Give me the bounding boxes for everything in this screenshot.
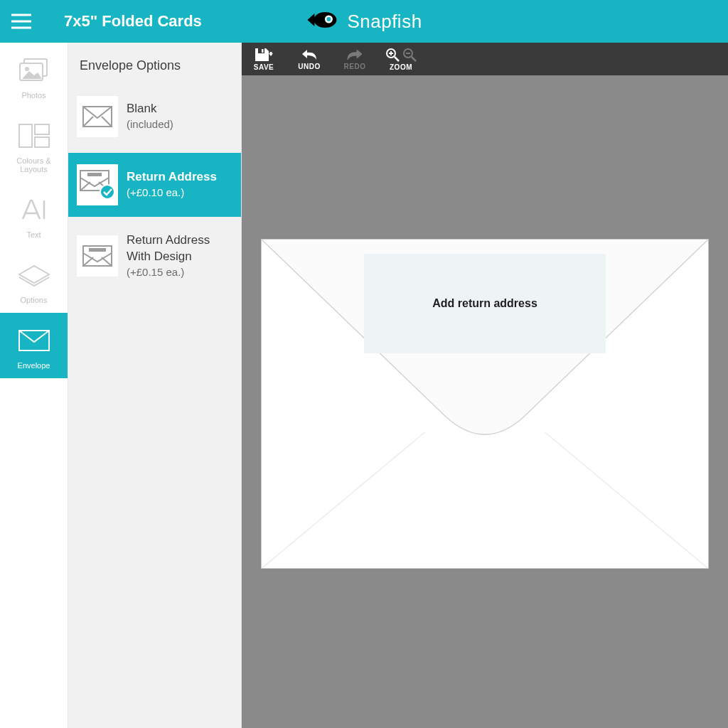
rail-item-text[interactable]: Text [0, 182, 68, 247]
layouts-icon [3, 118, 65, 154]
brand-name: Snapfish [347, 11, 422, 33]
svg-point-17 [100, 185, 114, 199]
rail-label: Envelope [3, 361, 65, 370]
svg-rect-10 [35, 124, 49, 134]
option-sub: (+£0.10 ea.) [127, 186, 217, 200]
redo-icon [346, 48, 363, 61]
product-title: 7x5" Folded Cards [64, 12, 202, 31]
options-panel: Envelope Options Blank (included) [68, 43, 242, 728]
envelope-thumb-icon [77, 235, 118, 277]
rail-label: Options [3, 296, 65, 304]
toolbar-label: SAVE [254, 63, 274, 71]
svg-rect-21 [262, 49, 264, 53]
envelope-thumb-selected-icon [77, 164, 118, 205]
app-header: 7x5" Folded Cards Snapfish [0, 0, 728, 43]
svg-rect-9 [19, 124, 32, 147]
zoom-button[interactable]: ZOOM [385, 48, 417, 71]
svg-point-5 [326, 17, 331, 21]
zoom-icon [385, 48, 417, 62]
option-return-address[interactable]: Return Address (+£0.10 ea.) [68, 153, 241, 217]
toolbar-label: ZOOM [390, 63, 412, 71]
option-name: Return Address With Design [127, 232, 232, 265]
rail-item-photos[interactable]: Photos [0, 43, 68, 108]
canvas-area: SAVE UNDO REDO [242, 43, 728, 728]
add-return-address[interactable]: Add return address [364, 254, 606, 353]
option-sub: (+£0.15 ea.) [127, 265, 232, 279]
envelope-thumb-icon [77, 96, 118, 137]
undo-icon [301, 48, 318, 61]
svg-rect-19 [89, 248, 106, 252]
svg-rect-11 [35, 137, 49, 147]
menu-button[interactable] [0, 14, 43, 29]
save-icon [255, 48, 273, 62]
rail-item-options[interactable]: Options [0, 247, 68, 313]
brand-logo[interactable]: Snapfish [306, 11, 422, 33]
toolbar-label: UNDO [298, 63, 320, 70]
rail-label: Text [3, 230, 65, 239]
photos-icon [3, 53, 65, 88]
options-icon [3, 257, 65, 293]
text-icon [3, 192, 65, 228]
rail-item-envelope[interactable]: Envelope [0, 313, 68, 378]
return-address-placeholder: Add return address [432, 297, 537, 310]
left-rail: Photos Colours & Layouts Text [0, 43, 68, 728]
panel-title: Envelope Options [68, 43, 241, 85]
editor-toolbar: SAVE UNDO REDO [242, 43, 728, 75]
option-blank[interactable]: Blank (included) [68, 85, 241, 149]
envelope-preview[interactable]: Add return address [261, 239, 709, 569]
svg-line-23 [395, 57, 399, 61]
svg-rect-20 [258, 48, 264, 53]
option-sub: (included) [127, 117, 173, 132]
hamburger-icon [11, 14, 31, 29]
svg-line-27 [412, 57, 416, 61]
redo-button[interactable]: REDO [340, 48, 370, 70]
option-name: Blank [127, 101, 173, 117]
option-name: Return Address [127, 169, 217, 186]
svg-rect-16 [87, 173, 102, 176]
canvas-stage[interactable]: Add return address [242, 75, 728, 728]
save-button[interactable]: SAVE [249, 48, 279, 71]
rail-label: Colours & Layouts [3, 156, 65, 173]
toolbar-label: REDO [344, 63, 366, 70]
envelope-icon [3, 323, 65, 358]
fish-icon [306, 11, 340, 32]
svg-point-8 [25, 67, 29, 71]
undo-button[interactable]: UNDO [294, 48, 324, 70]
rail-item-layouts[interactable]: Colours & Layouts [0, 108, 68, 182]
option-return-address-design[interactable]: Return Address With Design (+£0.15 ea.) [68, 221, 241, 291]
rail-label: Photos [3, 91, 65, 100]
